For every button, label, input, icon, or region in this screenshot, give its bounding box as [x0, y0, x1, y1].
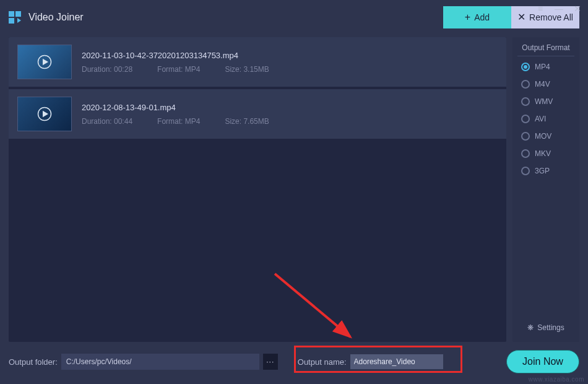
output-folder-label: Output folder: — [9, 357, 58, 367]
add-button[interactable]: + Add — [443, 6, 511, 28]
file-meta: 2020-11-03-10-42-3720201203134753.mp4 Du… — [82, 51, 498, 74]
output-format-title: Output Format — [517, 43, 574, 56]
file-size: Size: 7.65MB — [225, 117, 269, 126]
gear-icon: ❋ — [527, 323, 534, 332]
file-duration: Duration: 00:44 — [82, 117, 132, 126]
svg-marker-3 — [17, 18, 21, 23]
main-area: 2020-11-03-10-42-3720201203134753.mp4 Du… — [0, 35, 588, 342]
file-name: 2020-12-08-13-49-01.mp4 — [82, 103, 498, 112]
video-thumbnail — [17, 45, 72, 79]
format-option-label: WMV — [535, 97, 553, 106]
format-list: MP4M4VWMVAVIMOVMKV3GP — [517, 63, 574, 175]
file-format: Format: MP4 — [157, 117, 200, 126]
svg-marker-5 — [43, 59, 48, 66]
file-meta: 2020-12-08-13-49-01.mp4 Duration: 00:44 … — [82, 103, 498, 126]
format-option-label: MP4 — [535, 63, 550, 71]
output-folder-input[interactable] — [61, 354, 259, 370]
format-option-label: MOV — [535, 132, 551, 141]
svg-rect-1 — [15, 11, 21, 17]
minimize-button[interactable]: — — [552, 2, 566, 15]
app-logo-icon — [9, 10, 24, 25]
format-option-mp4[interactable]: MP4 — [521, 63, 574, 71]
radio-icon — [521, 132, 530, 141]
radio-icon — [521, 167, 530, 175]
file-format: Format: MP4 — [157, 65, 200, 74]
join-now-button[interactable]: Join Now — [506, 350, 579, 373]
format-option-label: AVI — [535, 115, 546, 123]
file-list: 2020-11-03-10-42-3720201203134753.mp4 Du… — [9, 37, 506, 342]
x-icon: ✕ — [517, 12, 525, 22]
bottom-bar: Output folder: ··· Output name: Join Now — [0, 342, 588, 382]
settings-button[interactable]: ❋ Settings — [517, 320, 574, 336]
join-button-label: Join Now — [522, 356, 563, 367]
plus-icon: + — [465, 12, 470, 22]
svg-rect-0 — [9, 11, 14, 17]
format-option-label: MKV — [535, 149, 551, 158]
titlebar: Video Joiner + Add ✕ Remove All — [0, 0, 588, 35]
format-option-mov[interactable]: MOV — [521, 132, 574, 141]
window-controls: ≡ — ✕ — [534, 2, 584, 15]
format-option-m4v[interactable]: M4V — [521, 80, 574, 89]
add-button-label: Add — [474, 12, 490, 22]
browse-folder-button[interactable]: ··· — [263, 354, 278, 370]
file-size: Size: 3.15MB — [225, 65, 269, 74]
format-option-wmv[interactable]: WMV — [521, 97, 574, 106]
output-name-input[interactable] — [350, 354, 443, 369]
file-name: 2020-11-03-10-42-3720201203134753.mp4 — [82, 51, 498, 60]
svg-marker-7 — [43, 111, 48, 118]
watermark: www.xiazaiba.com — [529, 376, 584, 383]
app-title: Video Joiner — [28, 12, 84, 23]
format-option-label: 3GP — [535, 167, 550, 175]
radio-icon — [521, 63, 530, 71]
radio-icon — [521, 80, 530, 89]
file-item[interactable]: 2020-11-03-10-42-3720201203134753.mp4 Du… — [9, 37, 506, 87]
format-option-3gp[interactable]: 3GP — [521, 167, 574, 175]
video-thumbnail — [17, 97, 72, 131]
format-option-avi[interactable]: AVI — [521, 115, 574, 123]
svg-rect-2 — [9, 18, 14, 24]
radio-icon — [521, 115, 530, 123]
file-duration: Duration: 00:28 — [82, 65, 132, 74]
close-button[interactable]: ✕ — [571, 2, 584, 15]
format-option-label: M4V — [535, 80, 550, 89]
format-option-mkv[interactable]: MKV — [521, 149, 574, 158]
output-format-panel: Output Format MP4M4VWMVAVIMOVMKV3GP ❋ Se… — [512, 37, 579, 342]
output-name-group: Output name: — [298, 354, 443, 369]
menu-button[interactable]: ≡ — [534, 2, 547, 15]
settings-label: Settings — [537, 323, 564, 332]
radio-icon — [521, 149, 530, 158]
radio-icon — [521, 97, 530, 106]
output-name-label: Output name: — [298, 357, 347, 367]
file-item[interactable]: 2020-12-08-13-49-01.mp4 Duration: 00:44 … — [9, 89, 506, 139]
